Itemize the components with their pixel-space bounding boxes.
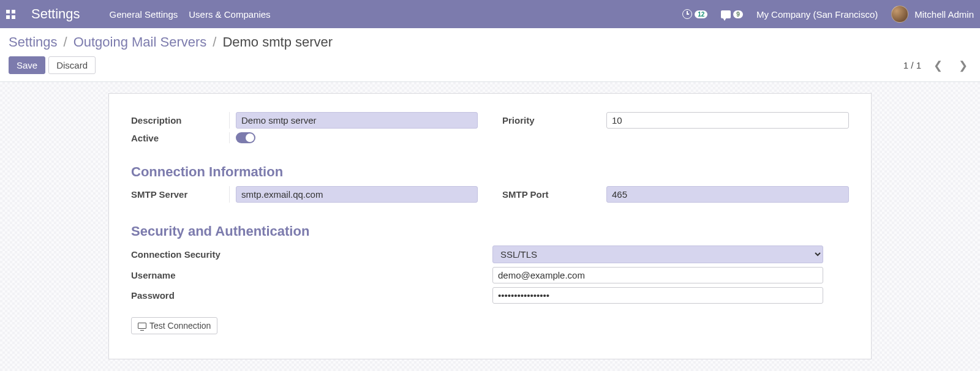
breadcrumb-root[interactable]: Settings [9, 34, 58, 50]
label-smtp-port: SMTP Port [502, 189, 606, 200]
form-card: Description Active Priority [108, 93, 872, 359]
messages-badge: 9 [733, 10, 743, 18]
section-connection-info: Connection Information [131, 164, 849, 180]
section-security-auth: Security and Authentication [131, 223, 849, 239]
label-username: Username [131, 270, 315, 280]
avatar [891, 6, 908, 23]
app-title[interactable]: Settings [31, 6, 80, 22]
navbar: Settings General Settings Users & Compan… [0, 0, 980, 28]
breadcrumb-sep: / [64, 34, 67, 50]
smtp-port-field[interactable] [606, 186, 849, 203]
breadcrumb-parent[interactable]: Outgoing Mail Servers [74, 34, 207, 50]
active-toggle[interactable] [236, 132, 255, 143]
test-connection-label: Test Connection [149, 321, 211, 331]
description-field[interactable] [236, 112, 478, 129]
password-field[interactable] [492, 287, 823, 304]
pager-value[interactable]: 1 / 1 [903, 60, 921, 70]
chat-icon [721, 10, 731, 18]
label-password: Password [131, 290, 315, 301]
nav-general-settings[interactable]: General Settings [110, 9, 178, 20]
label-priority: Priority [502, 115, 606, 126]
user-name: Mitchell Admin [914, 9, 974, 20]
connection-security-select[interactable]: SSL/TLS [492, 245, 823, 263]
pager-prev-icon[interactable]: ❮ [930, 58, 946, 73]
label-connection-security: Connection Security [131, 249, 315, 260]
breadcrumb: Settings / Outgoing Mail Servers / Demo … [9, 34, 971, 50]
content-area: Description Active Priority [0, 82, 980, 371]
label-active: Active [131, 133, 235, 143]
breadcrumb-sep: / [213, 34, 216, 50]
activity-badge: 12 [695, 10, 707, 18]
monitor-icon [138, 323, 146, 329]
breadcrumb-current: Demo smtp server [222, 34, 333, 50]
save-button[interactable]: Save [9, 56, 45, 74]
pager: 1 / 1 ❮ ❯ [903, 58, 971, 73]
company-name: My Company (San Francisco) [756, 9, 878, 20]
test-connection-button[interactable]: Test Connection [131, 317, 217, 334]
nav-users-companies[interactable]: Users & Companies [189, 9, 270, 20]
smtp-server-field[interactable] [236, 186, 478, 203]
label-smtp-server: SMTP Server [131, 189, 235, 200]
pager-next-icon[interactable]: ❯ [955, 58, 971, 73]
username-field[interactable] [492, 267, 823, 283]
company-selector[interactable]: My Company (San Francisco) [756, 9, 878, 20]
user-menu[interactable]: Mitchell Admin [891, 6, 974, 23]
messages-indicator[interactable]: 9 [721, 10, 743, 18]
control-panel: Settings / Outgoing Mail Servers / Demo … [0, 28, 980, 82]
apps-icon[interactable] [6, 10, 15, 19]
label-description: Description [131, 115, 235, 126]
discard-button[interactable]: Discard [48, 56, 96, 74]
activity-indicator[interactable]: 12 [682, 9, 707, 19]
clock-icon [682, 9, 692, 19]
priority-field[interactable] [606, 112, 849, 129]
